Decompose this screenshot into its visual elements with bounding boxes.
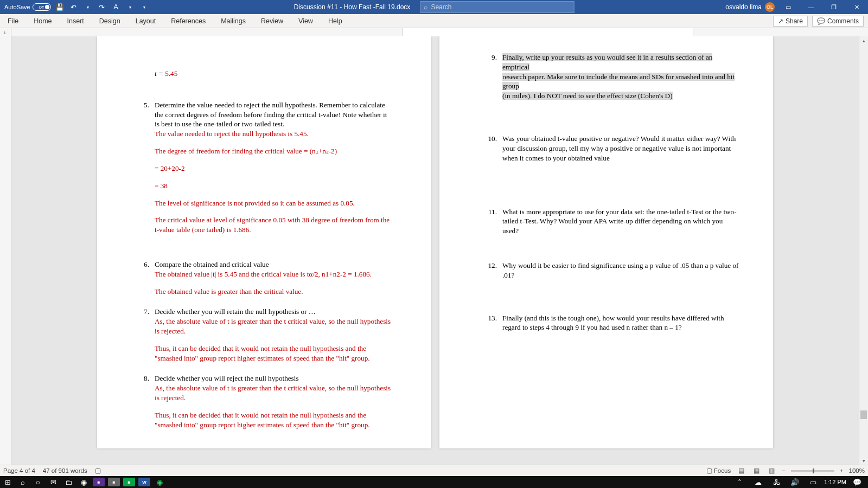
tab-help[interactable]: Help <box>321 14 350 28</box>
tray-chevron-icon[interactable]: ˄ <box>732 476 747 488</box>
search-icon: ⌕ <box>424 3 427 11</box>
search-box[interactable]: ⌕ Search <box>420 1 574 13</box>
ruler-corner[interactable]: L <box>0 28 11 37</box>
autosave-toggle[interactable]: AutoSave Off <box>4 3 51 11</box>
undo-icon[interactable]: ↶ <box>68 2 79 12</box>
list-item-5: 5. Determine the value needed to reject … <box>135 100 393 235</box>
tab-design[interactable]: Design <box>92 14 128 28</box>
qat-customize-icon[interactable]: ▾ <box>139 2 150 12</box>
tab-review[interactable]: Review <box>253 14 291 28</box>
network-icon[interactable]: 🖧 <box>769 476 784 488</box>
page-indicator[interactable]: Page 4 of 4 <box>3 467 35 474</box>
chrome-icon[interactable]: ◉ <box>76 476 91 488</box>
item-answer: The level of significance is not provide… <box>155 198 393 208</box>
zoom-slider[interactable] <box>791 470 834 472</box>
item-answer: Thus, it can be decided that it would no… <box>155 410 393 430</box>
mail-icon[interactable]: ✉ <box>46 476 61 488</box>
list-item-11: 11. What is more appropriate to use for … <box>483 207 741 236</box>
taskbar-app[interactable]: ■ <box>106 476 122 488</box>
search-icon[interactable]: ⌕ <box>15 476 30 488</box>
item-number: 9. <box>483 53 502 101</box>
title-center: Discussion #11 - How Fast -Fall 19.docx … <box>294 1 575 13</box>
word-taskbar-icon[interactable]: W <box>137 476 152 488</box>
focus-mode-button[interactable]: ▢ Focus <box>706 467 731 474</box>
ribbon-display-icon[interactable]: ▭ <box>779 0 797 14</box>
selected-text[interactable]: (in miles). I do NOT need to see the eff… <box>502 92 673 100</box>
item-number: 5. <box>135 100 155 235</box>
toggle-switch[interactable]: Off <box>33 3 51 11</box>
cortana-icon[interactable]: ○ <box>30 476 46 488</box>
comments-button[interactable]: 💬 Comments <box>812 16 864 27</box>
save-icon[interactable]: 💾 <box>54 2 65 12</box>
onedrive-icon[interactable]: ☁ <box>750 476 765 488</box>
user-account[interactable]: osvaldo lima OL <box>725 2 775 12</box>
horizontal-ruler[interactable] <box>11 28 868 37</box>
list-item-6: 6. Compare the obtained and critical val… <box>135 260 393 296</box>
scroll-up-icon[interactable]: ▴ <box>859 36 868 45</box>
font-color-icon[interactable]: A <box>111 2 122 12</box>
taskbar-app[interactable]: ■ <box>91 476 106 488</box>
web-layout-icon[interactable]: ▥ <box>767 466 776 475</box>
file-explorer-icon[interactable]: 🗀 <box>61 476 76 488</box>
scroll-thumb[interactable] <box>860 410 867 419</box>
item-question: Compare the obtained and critical value <box>155 260 393 269</box>
word-count[interactable]: 47 of 901 words <box>43 467 87 474</box>
zoom-knob[interactable] <box>813 468 814 473</box>
tab-view[interactable]: View <box>291 14 321 28</box>
vertical-ruler[interactable] <box>0 36 11 465</box>
print-layout-icon[interactable]: ▦ <box>751 466 761 475</box>
item-question: Decide whether you will reject the null … <box>155 374 393 383</box>
pages-container: t = 5.45 5. Determine the value needed t… <box>11 36 859 448</box>
status-bar: Page 4 of 4 47 of 901 words ▢ ▢ Focus ▤ … <box>0 465 868 476</box>
share-button[interactable]: ↗ Share <box>773 16 808 27</box>
tab-insert[interactable]: Insert <box>60 14 92 28</box>
document-title: Discussion #11 - How Fast -Fall 19.docx <box>294 3 411 11</box>
spellcheck-icon[interactable]: ▢ <box>95 467 101 474</box>
taskbar-app[interactable]: ■ <box>122 476 137 488</box>
quick-access-toolbar: AutoSave Off 💾 ↶ ▾ ↷ A ▾ ▾ <box>0 2 150 12</box>
start-icon[interactable]: ⊞ <box>0 476 15 488</box>
list-item-7: 7. Decide whether you will retain the nu… <box>135 307 393 363</box>
font-color-dropdown-icon[interactable]: ▾ <box>125 2 136 12</box>
undo-dropdown-icon[interactable]: ▾ <box>82 2 93 12</box>
read-mode-icon[interactable]: ▤ <box>736 466 746 475</box>
share-icon: ↗ <box>778 17 783 25</box>
item-number: 6. <box>135 260 155 296</box>
item-answer: The obtained value |t| is 5.45 and the c… <box>155 269 393 279</box>
redo-icon[interactable]: ↷ <box>97 2 107 12</box>
tab-mailings[interactable]: Mailings <box>213 14 253 28</box>
selected-text[interactable]: research paper. Make sure to include the… <box>502 73 735 91</box>
item-question: Decide whether you will retain the null … <box>155 307 393 317</box>
list-item-13: 13. Finally (and this is the tough one),… <box>483 313 741 333</box>
whatsapp-icon[interactable]: ◉ <box>152 476 167 488</box>
tab-file[interactable]: File <box>0 14 26 28</box>
title-bar: AutoSave Off 💾 ↶ ▾ ↷ A ▾ ▾ Discussion #1… <box>0 0 868 14</box>
maximize-icon[interactable]: ❐ <box>825 0 843 14</box>
vertical-scrollbar[interactable]: ▴ ▾ <box>859 36 868 465</box>
battery-icon[interactable]: ▭ <box>806 476 821 488</box>
tab-layout[interactable]: Layout <box>128 14 164 28</box>
selected-text[interactable]: Finally, write up your results as you wo… <box>502 53 712 71</box>
zoom-in-button[interactable]: + <box>840 467 844 474</box>
zoom-out-button[interactable]: − <box>782 467 786 474</box>
zoom-level[interactable]: 100% <box>849 467 865 474</box>
item-number: 7. <box>135 307 155 363</box>
comments-icon: 💬 <box>817 17 825 25</box>
scroll-down-icon[interactable]: ▾ <box>859 457 868 465</box>
close-icon[interactable]: ✕ <box>847 0 866 14</box>
tab-home[interactable]: Home <box>26 14 59 28</box>
autosave-label: AutoSave <box>4 4 30 10</box>
document-canvas[interactable]: t = 5.45 5. Determine the value needed t… <box>11 36 859 465</box>
t-equation: t = 5.45 <box>135 69 393 79</box>
tab-references[interactable]: References <box>163 14 213 28</box>
item-answer: As, the absolute value of t is greater t… <box>155 383 393 403</box>
minimize-icon[interactable]: — <box>802 0 820 14</box>
item-answer: = 20+20-2 <box>155 164 393 174</box>
page-4: 9. Finally, write up your results as you… <box>439 36 773 448</box>
item-answer: As, the absolute value of t is greater t… <box>155 317 393 336</box>
clock[interactable]: 1:12 PM <box>824 479 846 485</box>
notifications-icon[interactable]: 💬 <box>850 476 865 488</box>
volume-icon[interactable]: 🔊 <box>787 476 802 488</box>
focus-label: Focus <box>714 467 731 474</box>
windows-taskbar: ⊞ ⌕ ○ ✉ 🗀 ◉ ■ ■ ■ W ◉ ˄ ☁ 🖧 🔊 ▭ 1:12 PM … <box>0 476 868 488</box>
